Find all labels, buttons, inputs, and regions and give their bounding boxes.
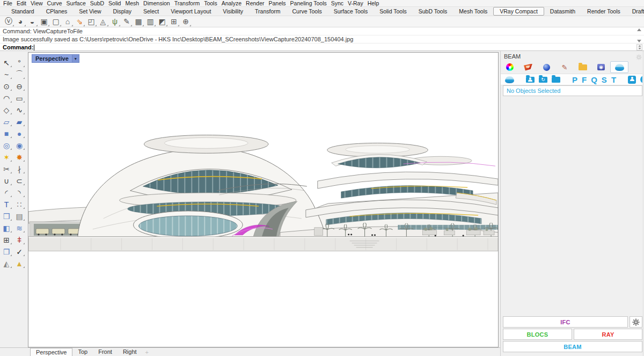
beam-button[interactable]: BEAM [503,341,642,352]
menu-v-ray[interactable]: V-Ray [346,0,365,7]
toolbar-tab-display[interactable]: Display [107,8,137,15]
menu-solid[interactable]: Solid [106,0,123,7]
command-area[interactable]: Command: ViewCaptureToFile Image success… [0,27,644,51]
toolbar-tab-datasmith[interactable]: Datasmith [544,8,581,15]
menu-curve[interactable]: Curve [45,0,64,7]
command-input[interactable]: Command: [0,43,644,51]
point-icon[interactable]: ° [13,57,26,68]
text-icon[interactable]: T [0,199,13,210]
toolbar-tab-vray-compact[interactable]: VRay Compact [493,7,544,16]
split-icon[interactable]: ∤ [13,163,26,175]
menu-dimension[interactable]: Dimension [141,0,172,7]
scroll-down-icon[interactable] [637,40,641,42]
toolbar-tab-subd-tools[interactable]: SubD Tools [413,8,453,15]
render-window-icon[interactable]: ▣ [38,17,50,27]
panel-options-gear-icon[interactable] [636,53,642,62]
command-spinner[interactable] [636,44,642,50]
revolve-icon[interactable]: ◉ [13,140,26,151]
tile-grid-icon[interactable]: ▦ [133,17,144,27]
menu-tools[interactable]: Tools [202,0,219,7]
q-tool-button[interactable]: Q [591,75,597,84]
arc-icon[interactable]: ◠ [0,92,13,104]
surface-icon[interactable]: ▱ [0,116,13,127]
panel-flip-icon[interactable]: ◩ [156,17,168,27]
menu-transform[interactable]: Transform [172,0,202,7]
library-open-folder-button[interactable] [552,77,560,83]
frame-buffer-tab[interactable]: ◉ [592,61,610,73]
s-tool-button[interactable]: S [602,75,607,84]
viewport-title-dropdown[interactable]: Perspective ▾ [32,54,79,63]
palette-icon[interactable]: ◕ [14,17,26,27]
edit-points-icon[interactable]: ∷ [13,199,26,210]
rectangle-icon[interactable]: ▭ [13,92,26,104]
blocs-button[interactable]: BLOCS [503,329,572,340]
copy-icon[interactable]: ❐ [0,246,13,257]
display-properties-tab[interactable] [501,61,519,73]
box-icon[interactable]: ■ [0,128,13,139]
fillet-icon[interactable]: ◜ [0,187,13,198]
trim-icon[interactable]: ✂ [0,163,13,175]
ellipse-icon[interactable]: ⊖ [13,81,26,92]
grass-icon[interactable]: ψ [109,17,121,27]
annotate-brush-tab[interactable]: ✎ [555,61,574,73]
grid-array-icon[interactable]: ⊞ [0,234,13,245]
scroll-up-icon[interactable] [637,28,641,31]
paneling-icon[interactable]: ▤ [13,210,26,222]
select-arrow-icon[interactable]: ↖ [0,57,13,68]
material-pen-icon[interactable]: ✎ [121,17,133,27]
toolbar-tab-surface-tools[interactable]: Surface Tools [328,8,374,15]
vray-logo-icon[interactable]: Ⓥ [3,17,14,27]
sun-arrows-icon[interactable]: ⇘ [74,17,85,27]
blast-icon[interactable]: ✸ [13,151,26,163]
interactive-render-icon[interactable]: ⌂ [62,17,74,27]
target-move-icon[interactable]: ⊕ [180,17,192,27]
frame-buffer-icon[interactable]: ▢ [50,17,62,27]
primitives-icon[interactable]: ◭ [0,258,13,269]
toolbar-tab-transform[interactable]: Transform [249,8,286,15]
ray-button[interactable]: RAY [574,329,642,340]
batch-views-icon[interactable]: ▥ [144,17,156,27]
menu-sync[interactable]: Sync [329,0,346,7]
library-user-folder-button[interactable] [526,77,535,83]
t-tool-button[interactable]: T [611,75,616,84]
curve-icon[interactable]: ⌒ [13,69,26,80]
viewport-tab-right[interactable]: Right [118,348,142,356]
menu-surface[interactable]: Surface [64,0,88,7]
toolbar-tab-viewport-layout[interactable]: Viewport Layout [165,8,217,15]
toolbar-tab-render-tools[interactable]: Render Tools [581,8,626,15]
ifc-button[interactable]: IFC [503,316,628,328]
menu-panels[interactable]: Panels [267,0,288,7]
viewport-title[interactable]: Perspective [32,54,72,63]
account-badge-button[interactable] [628,76,636,84]
array-surface-icon[interactable]: ≋ [13,222,26,234]
lamp-icon[interactable]: ◬ [97,17,109,27]
cone-icon[interactable]: ▲ [13,258,26,269]
freeform-curve-icon[interactable]: ∿ [13,104,26,115]
command-scrollbar[interactable] [636,28,642,42]
files-folder-tab[interactable] [574,61,592,73]
toolbar-tab-select[interactable]: Select [137,8,165,15]
polygon-icon[interactable]: ◇ [0,104,13,115]
menu-paneling-tools[interactable]: Paneling Tools [288,0,329,7]
vray-asset-editor-tab[interactable] [519,61,537,73]
toolbar-tab-cplanes[interactable]: CPlanes [40,8,74,15]
settings-gear-button[interactable] [630,316,642,328]
menu-file[interactable]: File [1,0,14,7]
chevron-down-icon[interactable]: ▾ [72,54,79,63]
viewport-perspective[interactable]: Perspective ▾ [28,52,499,347]
blend-icon[interactable]: ◝ [13,187,26,198]
toolbar-tab-drafting[interactable]: Drafting [626,8,644,15]
toolbar-tab-set-view[interactable]: Set View [73,8,107,15]
menu-mesh[interactable]: Mesh [123,0,141,7]
library-sync-folder-button[interactable]: ↻ [539,77,547,83]
spin-up-icon[interactable] [638,45,641,47]
menu-view[interactable]: View [28,0,45,7]
menu-subd[interactable]: SubD [88,0,106,7]
new-viewport-icon[interactable]: + [145,349,149,355]
p-tool-button[interactable]: P [572,75,577,84]
toolbar-tab-curve-tools[interactable]: Curve Tools [287,8,328,15]
boolean-union-icon[interactable]: ∪ [0,175,13,186]
beam-tab[interactable] [610,61,628,73]
sweep-surface-icon[interactable]: ▰ [13,116,26,127]
menu-help[interactable]: Help [365,0,382,7]
